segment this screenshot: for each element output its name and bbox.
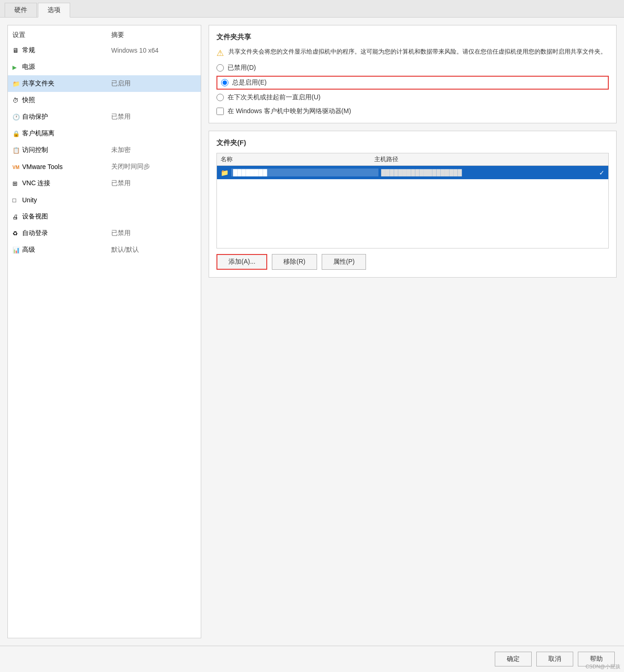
warning-icon: ⚠ — [216, 48, 224, 58]
settings-item-power-label: 电源 — [22, 63, 35, 71]
settings-item-device-label: 设备视图 — [22, 212, 48, 221]
radio-always[interactable]: 总是启用(E) — [216, 76, 609, 90]
vnc-icon — [12, 180, 20, 187]
folder-row-path: ███████████████████ — [381, 169, 596, 176]
radio-disabled-input[interactable] — [216, 64, 224, 72]
settings-item-autosave-label: 自动保护 — [22, 113, 48, 121]
tab-hardware[interactable]: 硬件 — [5, 3, 37, 17]
settings-row-advanced[interactable]: 高级 默认/默认 — [8, 242, 201, 258]
isolation-icon — [12, 130, 20, 137]
settings-item-snapshot-label: 快照 — [22, 96, 35, 104]
folder-row-check: ✓ — [599, 169, 605, 176]
folder-share-title: 文件夹共享 — [216, 33, 609, 42]
map-drive-checkbox[interactable] — [216, 108, 224, 115]
watermark: CSDN@小屁孩 — [586, 663, 620, 670]
left-panel: 设置 摘要 常规 Windows 10 x64 — [7, 25, 201, 638]
vmware-icon — [12, 163, 20, 170]
remove-button[interactable]: 移除(R) — [272, 254, 317, 270]
settings-row-power[interactable]: 电源 — [8, 59, 201, 75]
main-content: 设置 摘要 常规 Windows 10 x64 — [0, 18, 624, 646]
power-icon — [12, 63, 20, 71]
folder-row[interactable]: 📁 ████████ ███████████████████ ✓ — [217, 166, 608, 179]
radio-until-shutdown-input[interactable] — [216, 94, 224, 101]
settings-item-snapshot-value — [107, 92, 201, 109]
settings-row-autosave[interactable]: 自动保护 已禁用 — [8, 109, 201, 125]
radio-always-input[interactable] — [221, 79, 228, 86]
settings-item-access-value: 未加密 — [107, 142, 201, 158]
settings-row-device-view[interactable]: 设备视图 — [8, 208, 201, 225]
settings-row-access[interactable]: 访问控制 未加密 — [8, 142, 201, 158]
folder-row-name: ████████ — [231, 169, 378, 176]
folder-list-empty-area — [217, 179, 608, 244]
settings-item-general-value: Windows 10 x64 — [107, 42, 201, 59]
ok-button[interactable]: 确定 — [495, 652, 532, 666]
settings-item-isolation-value — [107, 125, 201, 142]
settings-item-isolation-label: 客户机隔离 — [22, 129, 54, 138]
settings-row-isolation[interactable]: 客户机隔离 — [8, 125, 201, 142]
bottom-bar: 确定 取消 帮助 — [0, 646, 624, 672]
cancel-button[interactable]: 取消 — [536, 652, 573, 666]
settings-item-unity-label: Unity — [22, 196, 37, 204]
tab-bar: 硬件 选项 — [0, 0, 624, 18]
settings-item-advanced-value: 默认/默认 — [107, 242, 201, 258]
device-icon — [12, 213, 20, 220]
settings-item-access-label: 访问控制 — [22, 146, 48, 154]
folder-buttons: 添加(A)... 移除(R) 属性(P) — [216, 254, 609, 270]
settings-item-vnc-label: VNC 连接 — [22, 179, 50, 188]
settings-table: 设置 摘要 常规 Windows 10 x64 — [8, 25, 201, 258]
settings-item-unity-value — [107, 192, 201, 208]
autosave-icon — [12, 113, 20, 121]
autologin-icon — [12, 230, 20, 237]
settings-row-unity[interactable]: Unity — [8, 192, 201, 208]
right-panel: 文件夹共享 ⚠ 共享文件夹会将您的文件显示给虚拟机中的程序。这可能为您的计算机和… — [209, 25, 617, 638]
folder-list-header: 名称 主机路径 — [216, 153, 609, 165]
radio-always-label: 总是启用(E) — [232, 79, 267, 87]
col-name-header: 名称 — [221, 155, 374, 163]
settings-row-general[interactable]: 常规 Windows 10 x64 — [8, 42, 201, 59]
folder-share-icon — [12, 80, 20, 87]
settings-row-vnc[interactable]: VNC 连接 已禁用 — [8, 175, 201, 192]
properties-button[interactable]: 属性(P) — [322, 254, 366, 270]
map-drive-label: 在 Windows 客户机中映射为网络驱动器(M) — [228, 107, 351, 115]
settings-row-autologin[interactable]: 自动登录 已禁用 — [8, 225, 201, 242]
radio-disabled-label: 已禁用(D) — [228, 64, 256, 72]
folder-section-title: 文件夹(F) — [216, 139, 609, 147]
col-header-value: 摘要 — [107, 25, 201, 42]
warning-box: ⚠ 共享文件夹会将您的文件显示给虚拟机中的程序。这可能为您的计算机和数据带来风险… — [216, 47, 609, 58]
radio-until-shutdown[interactable]: 在下次关机或挂起前一直启用(U) — [216, 93, 609, 102]
tab-options[interactable]: 选项 — [38, 3, 70, 18]
col-header-name: 设置 — [8, 25, 107, 42]
unity-icon — [12, 196, 20, 204]
settings-item-shared-label: 共享文件夹 — [22, 79, 54, 88]
settings-item-autologin-value: 已禁用 — [107, 225, 201, 242]
settings-row-vmware-tools[interactable]: VMware Tools 关闭时间同步 — [8, 158, 201, 175]
map-drive-checkbox-row: 在 Windows 客户机中映射为网络驱动器(M) — [216, 107, 609, 115]
snapshot-icon — [12, 97, 20, 104]
add-button[interactable]: 添加(A)... — [216, 254, 267, 270]
settings-item-autologin-label: 自动登录 — [22, 229, 48, 237]
settings-row-shared-folder[interactable]: 共享文件夹 已启用 — [8, 75, 201, 92]
settings-row-snapshot[interactable]: 快照 — [8, 92, 201, 109]
folder-row-icon: 📁 — [221, 169, 228, 176]
settings-item-autosave-value: 已禁用 — [107, 109, 201, 125]
warning-text: 共享文件夹会将您的文件显示给虚拟机中的程序。这可能为您的计算机和数据带来风险。请… — [228, 47, 606, 58]
settings-item-vmware-value: 关闭时间同步 — [107, 158, 201, 175]
folder-share-section: 文件夹共享 ⚠ 共享文件夹会将您的文件显示给虚拟机中的程序。这可能为您的计算机和… — [209, 25, 617, 123]
folder-list[interactable]: 📁 ████████ ███████████████████ ✓ — [216, 165, 609, 248]
radio-disabled[interactable]: 已禁用(D) — [216, 64, 609, 72]
settings-item-advanced-label: 高级 — [22, 246, 35, 254]
access-icon — [12, 146, 20, 154]
settings-item-power-value — [107, 59, 201, 75]
settings-item-shared-value: 已启用 — [107, 75, 201, 92]
settings-item-vnc-value: 已禁用 — [107, 175, 201, 192]
monitor-icon — [12, 47, 20, 54]
advanced-icon — [12, 246, 20, 254]
radio-group: 已禁用(D) 总是启用(E) 在下次关机或挂起前一直启用(U) — [216, 64, 609, 102]
settings-item-general-label: 常规 — [22, 46, 35, 54]
radio-until-shutdown-label: 在下次关机或挂起前一直启用(U) — [228, 93, 320, 102]
col-path-header: 主机路径 — [374, 155, 605, 163]
folder-section: 文件夹(F) 名称 主机路径 📁 ████████ ██████████████… — [209, 131, 617, 278]
settings-item-vmware-label: VMware Tools — [22, 163, 63, 170]
settings-item-device-value — [107, 208, 201, 225]
